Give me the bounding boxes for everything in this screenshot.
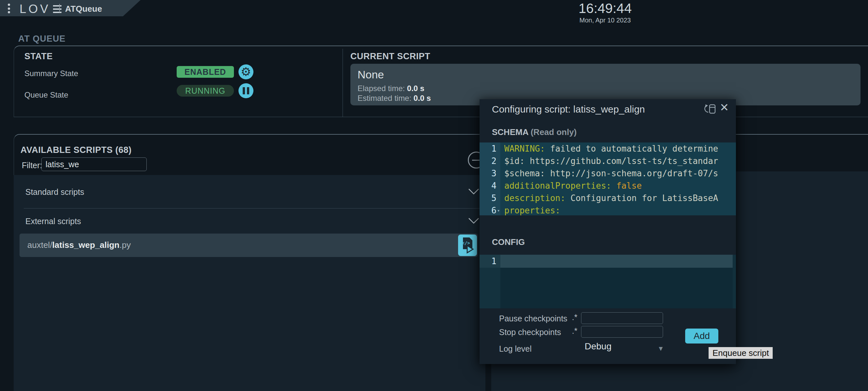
code-text: properties: xyxy=(504,204,560,215)
schema-readonly-note: (Read only) xyxy=(528,127,577,137)
modal-title: Configuring script: latiss_wep_align xyxy=(492,104,645,115)
schema-code-line: 2$id: https://github.com/lsst-ts/ts_stan… xyxy=(479,155,736,167)
line-number: 1 xyxy=(479,142,496,155)
column-divider xyxy=(343,49,343,117)
schema-code-line: 3$schema: http://json-schema.org/draft-0… xyxy=(479,167,736,180)
code-text: $id: https://github.com/lsst-ts/ts_stand… xyxy=(504,155,718,167)
stop-checkpoints-input[interactable] xyxy=(581,326,663,338)
summary-state-settings-button[interactable]: ⚙︎ xyxy=(239,64,253,79)
estimated-time-row: Estimated time: 0.0 s xyxy=(358,94,431,103)
available-scripts-heading: AVAILABLE SCRIPTS (68) xyxy=(21,145,132,155)
love-logo-e-icon xyxy=(53,5,61,13)
script-path: auxtel/latiss_wep_align.py xyxy=(27,240,131,250)
config-heading: CONFIG xyxy=(492,237,525,247)
scripts-list-panel xyxy=(14,175,486,391)
code-text: description: Configuration for LatissBas… xyxy=(504,192,718,204)
pause-checkpoints-label: Pause checkpoints xyxy=(499,314,567,323)
close-icon[interactable]: ✕ xyxy=(720,102,729,113)
script-name: latiss_wep_align xyxy=(52,240,120,250)
line-number: 3 xyxy=(479,167,496,180)
log-level-label: Log level xyxy=(499,344,532,354)
config-code-editor[interactable]: 1 xyxy=(479,255,736,308)
summary-state-label: Summary State xyxy=(24,69,78,78)
configure-script-button[interactable]: </> xyxy=(458,234,477,256)
pause-icon xyxy=(243,87,249,94)
filter-label: Filter: xyxy=(22,161,42,170)
menu-dot xyxy=(8,4,10,6)
schema-code-lines: 1WARNING: failed to automatically determ… xyxy=(479,142,736,215)
queue-state-badge: RUNNING xyxy=(177,85,234,97)
stop-checkpoints-label: Stop checkpoints xyxy=(499,328,561,337)
script-path-prefix: auxtel/ xyxy=(27,240,52,250)
schema-code-line: 4additionalProperties: false xyxy=(479,180,736,192)
app-title: ATQueue xyxy=(65,4,102,14)
fold-icon[interactable]: ▾ xyxy=(497,204,500,215)
elapsed-time-value: 0.0 s xyxy=(407,84,424,93)
current-script-name: None xyxy=(358,68,384,81)
estimated-time-value: 0.0 s xyxy=(413,94,431,102)
code-text: WARNING: failed to automatically determi… xyxy=(504,142,718,155)
schema-code-editor: 1WARNING: failed to automatically determ… xyxy=(479,142,736,215)
pause-queue-button[interactable] xyxy=(239,83,253,98)
config-active-line xyxy=(500,255,733,268)
svg-text:</>: </> xyxy=(462,240,470,246)
caret-down-icon: ▾ xyxy=(659,344,663,353)
gear-icon: ⚙︎ xyxy=(241,66,251,78)
section-title-at-queue: AT QUEUE xyxy=(18,34,66,44)
log-level-value: Debug xyxy=(585,341,612,351)
code-text: additionalProperties: false xyxy=(504,180,642,192)
script-ext: .py xyxy=(119,240,131,250)
script-launch-icon: </> xyxy=(461,237,474,254)
love-logo[interactable]: LOV xyxy=(20,2,61,16)
queue-state-label: Queue State xyxy=(24,91,68,100)
enqueue-script-tooltip: Enqueue script xyxy=(709,347,773,359)
chevron-down-icon[interactable] xyxy=(468,188,479,195)
state-heading: STATE xyxy=(24,52,53,62)
chevron-down-icon[interactable] xyxy=(468,217,479,224)
clock-time: 16:49:44 xyxy=(563,1,647,16)
clock: 16:49:44 Mon, Apr 10 2023 xyxy=(563,1,647,24)
love-logo-text: LOV xyxy=(20,2,51,16)
pause-checkpoints-input[interactable] xyxy=(581,312,663,324)
schema-code-line: 1WARNING: failed to automatically determ… xyxy=(479,142,736,155)
schema-heading: SCHEMA (Read only) xyxy=(492,127,577,137)
line-number: 2 xyxy=(479,155,496,167)
menu-icon[interactable] xyxy=(8,4,11,13)
config-line-number: 1 xyxy=(479,255,500,268)
estimated-time-label: Estimated time: xyxy=(358,94,413,102)
log-level-select[interactable]: Debug ▾ xyxy=(585,341,663,354)
menu-dot xyxy=(8,7,10,10)
configure-script-modal: Configuring script: latiss_wep_align ✕ S… xyxy=(479,99,736,364)
config-scrollbar-track[interactable] xyxy=(733,255,736,308)
rotate-icon xyxy=(704,103,717,115)
line-number: 4 xyxy=(479,180,496,192)
pause-checkpoints-hint: .* xyxy=(572,313,578,322)
schema-heading-text: SCHEMA xyxy=(492,127,528,137)
summary-state-badge: ENABLED xyxy=(177,66,234,78)
line-number: 5 xyxy=(479,192,496,204)
logo-separator xyxy=(59,4,60,12)
current-script-heading: CURRENT SCRIPT xyxy=(350,52,430,62)
menu-dot xyxy=(8,11,10,13)
group-divider xyxy=(24,208,486,208)
clock-date: Mon, Apr 10 2023 xyxy=(563,17,647,24)
filter-input[interactable] xyxy=(41,157,147,171)
schema-code-line: 6▾properties: xyxy=(479,204,736,215)
group-standard-scripts[interactable]: Standard scripts xyxy=(25,187,84,197)
rotate-panel-button[interactable] xyxy=(704,103,717,115)
code-text: $schema: http://json-schema.org/draft-07… xyxy=(504,167,718,180)
schema-code-line: 5description: Configuration for LatissBa… xyxy=(479,192,736,204)
add-button[interactable]: Add xyxy=(685,329,718,344)
elapsed-time-label: Elapsed time: xyxy=(358,84,407,93)
group-external-scripts[interactable]: External scripts xyxy=(25,217,81,226)
stop-checkpoints-hint: .* xyxy=(572,326,578,336)
elapsed-time-row: Elapsed time: 0.0 s xyxy=(358,84,424,93)
line-number: 6 xyxy=(479,204,496,215)
